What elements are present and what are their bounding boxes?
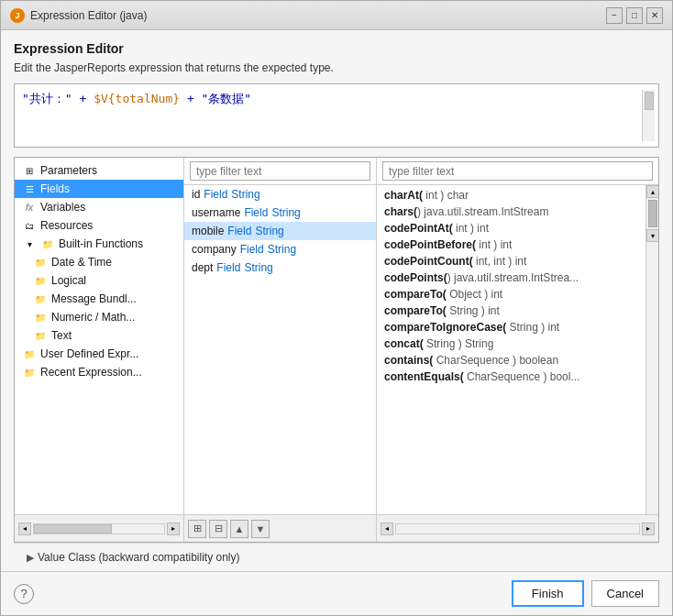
fields-list-area[interactable]: id Field String username Field String mo… <box>184 185 376 514</box>
list-item-company[interactable]: company Field String <box>184 240 376 258</box>
method-concat[interactable]: concat( String ) String <box>377 336 645 352</box>
tree-label-variables: Variables <box>40 201 85 214</box>
method-compareTo-object[interactable]: compareTo( Object ) int <box>377 286 645 302</box>
text-folder-icon: 📁 <box>33 328 48 343</box>
method-charAt[interactable]: charAt( int ) char <box>377 187 645 204</box>
tree-label-datetime: Date & Time <box>51 256 112 269</box>
expression-editor-box[interactable]: "共计：" + $V{totalNum} + "条数据" <box>14 83 659 148</box>
list-item-username[interactable]: username Field String <box>184 204 376 222</box>
cancel-button[interactable]: Cancel <box>591 580 659 607</box>
main-window: J Expression Editor (java) − □ ✕ Express… <box>0 0 673 616</box>
method-codePointCount[interactable]: codePointCount( int, int ) int <box>377 253 645 270</box>
right-hscroll-right[interactable]: ▸ <box>642 522 655 535</box>
tree-label-text: Text <box>51 329 72 342</box>
expression-scrollbar[interactable] <box>642 90 655 141</box>
right-methods-panel: charAt( int ) char chars() java.util.str… <box>377 158 658 542</box>
title-bar: J Expression Editor (java) − □ ✕ <box>1 1 672 30</box>
right-panel-inner: charAt( int ) char chars() java.util.str… <box>377 185 658 514</box>
maximize-button[interactable]: □ <box>626 7 643 24</box>
expression-content[interactable]: "共计：" + $V{totalNum} + "条数据" <box>22 90 642 108</box>
tree-label-logical: Logical <box>51 274 86 287</box>
left-hscroll-right[interactable]: ▸ <box>167 522 180 535</box>
method-codePointBefore[interactable]: codePointBefore( int ) int <box>377 236 645 253</box>
content-area: Expression Editor Edit the JasperReports… <box>1 30 672 571</box>
expr-prefix: "共计：" + <box>22 92 94 105</box>
msgbundle-folder-icon: 📁 <box>33 292 48 306</box>
right-scroll-down-button[interactable]: ▾ <box>646 229 659 242</box>
tree-item-variables[interactable]: fx Variables <box>15 198 183 216</box>
move-down-button[interactable]: ▼ <box>251 520 270 538</box>
middle-bottom-toolbar: ⊞ ⊟ ▲ ▼ <box>184 514 376 542</box>
tree-item-datetime[interactable]: 📁 Date & Time <box>15 253 183 271</box>
list-item-dept[interactable]: dept Field String <box>184 258 376 277</box>
tree-label-parameters: Parameters <box>40 164 97 177</box>
tree-label-resources: Resources <box>40 219 93 232</box>
tree-item-numeric[interactable]: 📁 Numeric / Math... <box>15 308 183 326</box>
tree-item-fields[interactable]: ☰ Fields <box>15 180 183 198</box>
recent-folder-icon: 📁 <box>22 365 37 380</box>
logical-folder-icon: 📁 <box>33 273 48 288</box>
tree-item-recent[interactable]: 📁 Recent Expression... <box>15 363 183 381</box>
help-button[interactable]: ? <box>14 584 34 604</box>
tree-item-parameters[interactable]: ⊞ Parameters <box>15 161 183 180</box>
list-item-id[interactable]: id Field String <box>184 185 376 204</box>
tree-item-logical[interactable]: 📁 Logical <box>15 271 183 290</box>
right-scroll-up-button[interactable]: ▴ <box>646 185 659 198</box>
var-icon: fx <box>22 200 37 214</box>
right-filter-input[interactable] <box>382 161 653 181</box>
middle-filter-input[interactable] <box>190 161 370 181</box>
footer: ? Finish Cancel <box>1 571 672 615</box>
method-contains[interactable]: contains( CharSequence ) boolean <box>377 352 645 368</box>
left-panel-hscroll[interactable]: ◂ ▸ <box>15 514 183 542</box>
tree-area[interactable]: ⊞ Parameters ☰ Fields fx Variables <box>15 158 183 514</box>
left-hscroll-left[interactable]: ◂ <box>18 522 31 535</box>
move-up-button[interactable]: ▲ <box>230 520 248 538</box>
expr-var: $V{totalNum} <box>94 92 180 105</box>
userdefined-folder-icon: 📁 <box>22 346 37 361</box>
left-tree-panel: ⊞ Parameters ☰ Fields fx Variables <box>15 158 184 542</box>
value-class-expand-icon[interactable]: ▶ <box>27 552 34 564</box>
method-contentEquals[interactable]: contentEquals( CharSequence ) bool... <box>377 368 645 385</box>
tree-label-recent: Recent Expression... <box>40 366 142 379</box>
expr-suffix: + "条数据" <box>180 92 251 105</box>
list-item-mobile[interactable]: mobile Field String <box>184 222 376 240</box>
tree-item-text[interactable]: 📁 Text <box>15 326 183 345</box>
builtin-folder-icon: 📁 <box>40 236 55 251</box>
close-button[interactable]: ✕ <box>646 7 663 24</box>
numeric-folder-icon: 📁 <box>33 310 48 324</box>
insert-param-button[interactable]: ⊞ <box>188 520 206 538</box>
finish-button[interactable]: Finish <box>512 580 584 607</box>
param-icon: ⊞ <box>22 163 37 178</box>
right-panel-hscroll[interactable]: ◂ ▸ <box>377 514 658 542</box>
tree-item-resources[interactable]: 🗂 Resources <box>15 216 183 235</box>
insert-field-button[interactable]: ⊟ <box>209 520 227 538</box>
right-scroll-thumb <box>648 200 657 227</box>
tree-item-userdefined[interactable]: 📁 User Defined Expr... <box>15 345 183 363</box>
methods-list[interactable]: charAt( int ) char chars() java.util.str… <box>377 185 645 514</box>
value-class-label: Value Class (backward compatibility only… <box>38 551 240 564</box>
method-codePointAt[interactable]: codePointAt( int ) int <box>377 220 645 236</box>
footer-buttons: Finish Cancel <box>512 580 659 607</box>
left-hscroll-track[interactable] <box>33 523 165 534</box>
tree-label-builtin: Built-in Functions <box>59 237 143 250</box>
method-codePoints[interactable]: codePoints() java.util.stream.IntStrea..… <box>377 270 645 286</box>
right-hscroll-left[interactable]: ◂ <box>381 522 393 535</box>
expression-scroll-thumb <box>645 92 654 110</box>
tree-item-msgbundle[interactable]: 📁 Message Bundl... <box>15 290 183 308</box>
window-title: Expression Editor (java) <box>30 9 147 22</box>
tree-label-userdefined: User Defined Expr... <box>40 347 138 360</box>
app-icon: J <box>10 8 25 23</box>
dialog-description: Edit the JasperReports expression that r… <box>14 61 659 74</box>
title-bar-left: J Expression Editor (java) <box>10 8 147 23</box>
value-class-row[interactable]: ▶ Value Class (backward compatibility on… <box>14 543 659 571</box>
minimize-button[interactable]: − <box>606 7 623 24</box>
three-panel-area: ⊞ Parameters ☰ Fields fx Variables <box>14 157 659 543</box>
tree-label-numeric: Numeric / Math... <box>51 311 135 324</box>
method-compareToIgnoreCase[interactable]: compareToIgnoreCase( String ) int <box>377 319 645 336</box>
method-compareTo-string[interactable]: compareTo( String ) int <box>377 302 645 319</box>
method-chars[interactable]: chars() java.util.stream.IntStream <box>377 204 645 220</box>
right-panel-scrollbar[interactable]: ▴ ▾ <box>645 185 658 514</box>
res-icon: 🗂 <box>22 218 37 233</box>
tree-item-builtin[interactable]: ▾ 📁 Built-in Functions <box>15 235 183 253</box>
right-hscroll-track[interactable] <box>395 523 640 534</box>
